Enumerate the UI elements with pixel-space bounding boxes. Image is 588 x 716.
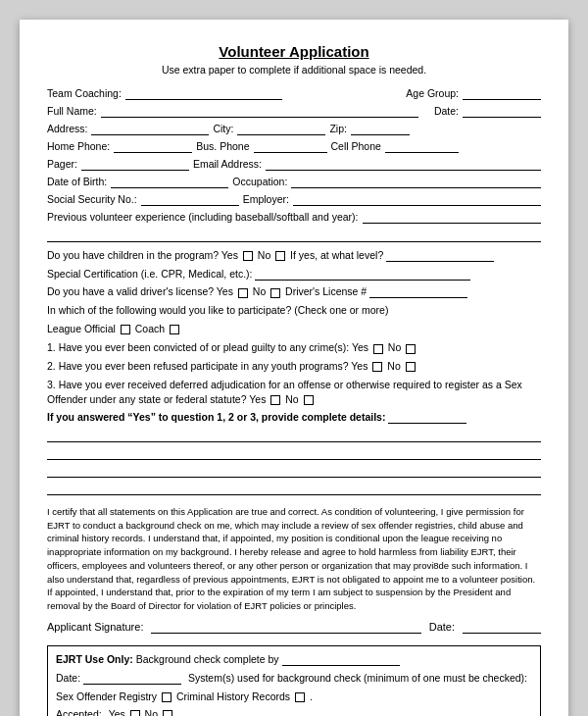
ejrt-box: EJRT Use Only: Background check complete…: [47, 645, 541, 716]
team-coaching-input[interactable]: [125, 87, 282, 100]
question-license: Do you have a valid driver's license? Ye…: [47, 284, 541, 299]
question-certification: Special Certification (i.e. CPR, Medical…: [47, 267, 541, 281]
team-coaching-label: Team Coaching:: [47, 87, 122, 99]
no-checkbox-sex-offender[interactable]: [304, 395, 314, 405]
sig-date-input[interactable]: [463, 621, 541, 634]
row-address: Address: City: Zip:: [47, 123, 541, 135]
form-title: Volunteer Application: [47, 43, 541, 60]
bus-phone-label: Bus. Phone: [196, 140, 249, 152]
signature-label: Applicant Signature:: [47, 621, 143, 633]
ejrt-row-1: EJRT Use Only: Background check complete…: [56, 652, 532, 668]
no-checkbox-children[interactable]: [275, 251, 285, 261]
age-group-input[interactable]: [463, 87, 541, 100]
question-children: Do you have children in the program? Yes…: [47, 248, 541, 263]
email-input[interactable]: [266, 158, 541, 171]
zip-label: Zip:: [329, 123, 347, 134]
full-name-input[interactable]: [101, 105, 418, 118]
certification-input[interactable]: [255, 268, 470, 281]
date-label: Date:: [434, 105, 459, 117]
row-prev-experience: Previous volunteer experience (including…: [47, 211, 541, 224]
ssn-input[interactable]: [141, 193, 239, 206]
yes-checkbox-sex-offender[interactable]: [270, 395, 280, 405]
city-label: City:: [213, 123, 233, 134]
occupation-input[interactable]: [291, 176, 541, 188]
cell-phone-input[interactable]: [385, 140, 459, 153]
yes-checkbox-refused[interactable]: [372, 362, 382, 372]
question-convicted: 1. Have you ever been convicted of or pl…: [47, 340, 541, 355]
yes-checkbox-convicted[interactable]: [373, 344, 383, 354]
ejrt-row-4: Accepted: Yes No: [56, 707, 532, 716]
ejrt-row-2: Date: System(s) used for background chec…: [56, 671, 532, 687]
signature-row: Applicant Signature: Date:: [47, 621, 541, 634]
no-checkbox-license[interactable]: [270, 288, 280, 298]
pager-label: Pager:: [47, 158, 77, 170]
signature-input[interactable]: [151, 621, 420, 634]
prev-experience-input[interactable]: [363, 211, 541, 224]
no-checkbox-refused[interactable]: [406, 362, 416, 372]
ssn-label: Social Security No.:: [47, 193, 137, 205]
question-participate-options: League Official Coach: [47, 322, 541, 336]
row-team-age: Team Coaching: Age Group:: [47, 87, 541, 100]
pager-input[interactable]: [81, 158, 189, 171]
criminal-history-checkbox[interactable]: [295, 692, 305, 702]
home-phone-label: Home Phone:: [47, 140, 110, 152]
zip-input[interactable]: [351, 123, 410, 135]
questions-section: Do you have children in the program? Yes…: [47, 248, 541, 495]
answer-line-2: [47, 446, 541, 460]
row-pager-email: Pager: Email Address:: [47, 158, 541, 171]
home-phone-input[interactable]: [114, 140, 192, 153]
city-input[interactable]: [237, 123, 325, 135]
prev-experience-label: Previous volunteer experience (including…: [47, 211, 359, 223]
ejrt-row-3: Sex Offender Registry Criminal History R…: [56, 690, 532, 705]
occupation-label: Occupation:: [232, 176, 287, 187]
address-input[interactable]: [91, 123, 209, 135]
yes-checkbox-license[interactable]: [238, 288, 248, 298]
question-participate: In which of the following would you like…: [47, 303, 541, 318]
employer-input[interactable]: [293, 193, 541, 206]
row-ssn-employer: Social Security No.: Employer:: [47, 193, 541, 206]
full-name-label: Full Name:: [47, 105, 97, 117]
sex-offender-registry-checkbox[interactable]: [162, 692, 172, 702]
league-official-checkbox[interactable]: [121, 325, 130, 334]
dob-input[interactable]: [111, 176, 228, 188]
date-input[interactable]: [463, 105, 541, 118]
level-input[interactable]: [386, 249, 494, 262]
age-group-label: Age Group:: [406, 87, 459, 99]
question-refused: 2. Have you ever been refused participat…: [47, 359, 541, 374]
coach-checkbox[interactable]: [170, 325, 179, 334]
answer-line-4: [47, 482, 541, 495]
prev-experience-extra-line: [47, 229, 541, 242]
row-dob-occupation: Date of Birth: Occupation:: [47, 176, 541, 188]
bg-check-input[interactable]: [282, 653, 400, 666]
accepted-yes-checkbox[interactable]: [130, 710, 140, 716]
form-subtitle: Use extra paper to complete if additiona…: [47, 64, 541, 76]
cell-phone-label: Cell Phone: [331, 140, 381, 152]
address-label: Address:: [47, 123, 87, 134]
no-checkbox-convicted[interactable]: [406, 344, 416, 354]
answer-line-3: [47, 464, 541, 478]
answer-lines: [47, 429, 541, 495]
answer-line-1: [47, 429, 541, 442]
application-form: Volunteer Application Use extra paper to…: [20, 20, 568, 716]
ejrt-date-input[interactable]: [83, 672, 181, 685]
yes-checkbox-children[interactable]: [243, 251, 253, 261]
details-label: If you answered “Yes” to question 1, 2 o…: [47, 410, 541, 425]
question-sex-offender: 3. Have you ever received deferred adjud…: [47, 378, 541, 406]
sig-date-label: Date:: [429, 621, 455, 633]
row-phones: Home Phone: Bus. Phone Cell Phone: [47, 140, 541, 153]
dob-label: Date of Birth:: [47, 176, 107, 187]
row-name-date: Full Name: Date:: [47, 105, 541, 118]
license-number-input[interactable]: [369, 285, 467, 298]
certification-text: I certify that all statements on this Ap…: [47, 505, 541, 613]
details-inline-input[interactable]: [388, 411, 466, 424]
bus-phone-input[interactable]: [254, 140, 327, 153]
employer-label: Employer:: [243, 193, 289, 205]
accepted-no-checkbox[interactable]: [163, 710, 172, 716]
email-label: Email Address:: [193, 158, 262, 170]
